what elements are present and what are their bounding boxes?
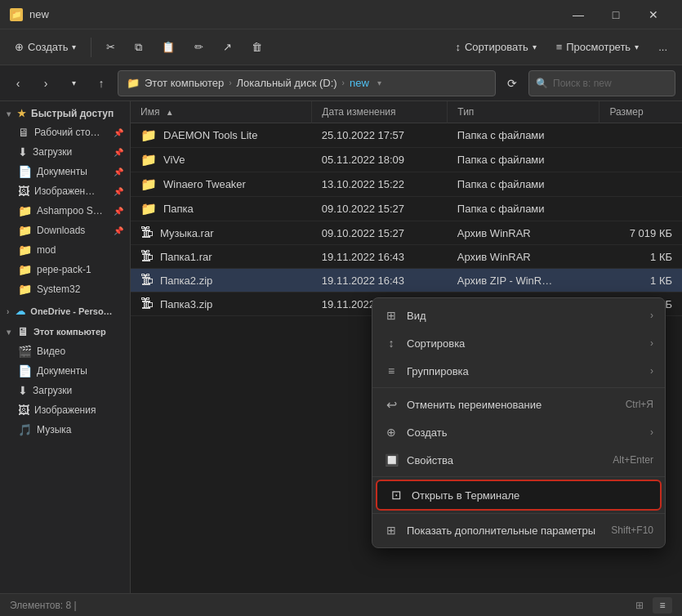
- ctx-sep-1: [372, 387, 665, 388]
- table-header-row: Имя ▲ Дата изменения Тип Размер: [131, 101, 682, 123]
- address-path-computer: Этот компьютер: [145, 77, 224, 89]
- table-row[interactable]: 📁 DAEMON Tools Lite 25.10.2022 17:57 Пап…: [131, 123, 682, 148]
- ctx-group[interactable]: ≡ Группировка ›: [372, 357, 665, 385]
- col-name[interactable]: Имя ▲: [131, 101, 312, 123]
- search-box[interactable]: 🔍 Поиск в: new: [528, 70, 675, 96]
- table-row[interactable]: 📁 ViVe 05.11.2022 18:09 Папка с файлами: [131, 148, 682, 172]
- address-path-folder: new: [350, 77, 369, 89]
- sidebar-item-docs[interactable]: 📄 Документы 📌: [0, 162, 130, 181]
- create-dropdown-icon: ▾: [72, 42, 76, 51]
- pin-icon-5: 📌: [114, 207, 123, 216]
- ashampoo-folder-icon: 📁: [18, 204, 32, 217]
- sidebar-item-video[interactable]: 🎬 Видео: [0, 341, 130, 361]
- pin-icon-6: 📌: [114, 226, 123, 235]
- file-date: 19.11.2022 16:43: [312, 269, 448, 292]
- maximize-button[interactable]: □: [597, 2, 635, 28]
- downloads-folder-icon: ⬇: [18, 145, 28, 158]
- sidebar-item-downloads-en[interactable]: 📁 DAEMON Tools Lite Downloads 📌: [0, 221, 130, 240]
- items-count: Элементов: 8 |: [10, 600, 77, 611]
- ctx-group-icon: ≡: [384, 364, 399, 378]
- table-row[interactable]: 📁 Папка 09.10.2022 15:27 Папка с файлами: [131, 197, 682, 221]
- back-button[interactable]: ‹: [7, 72, 29, 95]
- paste-button[interactable]: 📋: [154, 34, 183, 60]
- view-icon: ≡: [556, 41, 563, 53]
- file-size: [600, 123, 682, 148]
- sort-button[interactable]: ↕ Сортировать ▾: [447, 34, 544, 60]
- col-size[interactable]: Размер: [600, 101, 682, 123]
- file-size: [600, 197, 682, 221]
- docs-folder-icon: 📄: [18, 165, 32, 178]
- system32-folder-icon: 📁: [18, 283, 32, 296]
- computer-label: Этот компьютер: [33, 327, 106, 337]
- sidebar-item-mod[interactable]: 📁 mod: [0, 240, 130, 260]
- view-toggle: ⊞ ≡: [630, 597, 672, 614]
- cloud-icon: ☁: [16, 306, 25, 317]
- file-icon: 🗜: [140, 273, 154, 288]
- address-dropdown-icon: ▾: [377, 78, 381, 87]
- recent-button[interactable]: ▾: [62, 72, 85, 95]
- sidebar-item-documents2[interactable]: 📄 Документы: [0, 361, 130, 381]
- col-type[interactable]: Тип: [448, 101, 600, 123]
- ctx-sort[interactable]: ↕ Сортировка ›: [372, 329, 665, 357]
- expand-icon: ▾: [7, 109, 11, 118]
- refresh-button[interactable]: ⟳: [501, 72, 524, 95]
- sidebar-onedrive-header[interactable]: › ☁ OneDrive - Perso…: [0, 302, 130, 320]
- ctx-properties-icon: 🔲: [384, 453, 399, 467]
- quick-access-label: Быстрый доступ: [31, 108, 114, 119]
- sidebar-item-images2[interactable]: 🖼 Изображения: [0, 400, 130, 420]
- file-icon: 📁: [140, 127, 157, 143]
- video-folder-icon: 🎬: [18, 345, 32, 358]
- sidebar-item-pepe[interactable]: 📁 pepe-pack-1: [0, 260, 130, 279]
- address-box[interactable]: 📁 Этот компьютер › Локальный диск (D:) ›…: [118, 70, 496, 96]
- ctx-show-more[interactable]: ⊞ Показать дополнительные параметры Shif…: [372, 516, 665, 544]
- file-type: Папка с файлами: [448, 172, 600, 197]
- share-button[interactable]: ↗: [215, 34, 240, 60]
- up-button[interactable]: ↑: [90, 72, 113, 95]
- ctx-undo-rename[interactable]: ↩ Отменить переименование Ctrl+Я: [372, 391, 665, 418]
- col-date[interactable]: Дата изменения: [312, 101, 448, 123]
- sidebar-item-images[interactable]: 🖼 Изображен… 📌: [0, 181, 130, 201]
- sidebar-item-desktop[interactable]: 🖥 Рабочий сто… 📌: [0, 123, 130, 142]
- downloads-en-folder-icon: 📁: [18, 224, 32, 237]
- ctx-sep-2: [372, 476, 665, 477]
- sidebar-computer-header[interactable]: ▾ 🖥 Этот компьютер: [0, 322, 130, 341]
- onedrive-label: OneDrive - Perso…: [30, 306, 112, 316]
- titlebar: 📁 new — □ ✕: [0, 0, 682, 29]
- delete-button[interactable]: 🗑: [243, 34, 270, 60]
- sidebar-item-system32[interactable]: 📁 System32: [0, 279, 130, 299]
- table-row[interactable]: 🗜 Папка2.zip 19.11.2022 16:43 Архив ZIP …: [131, 269, 682, 292]
- view-list-button[interactable]: ≡: [653, 597, 672, 614]
- cut-button[interactable]: ✂: [98, 34, 123, 60]
- ctx-create[interactable]: ⊕ Создать ›: [372, 418, 665, 446]
- sidebar-item-downloads-ru[interactable]: ⬇ Загрузки 📌: [0, 142, 130, 162]
- file-type: Архив WinRAR: [448, 245, 600, 269]
- file-icon: 📁: [140, 152, 157, 167]
- more-button[interactable]: ...: [650, 34, 675, 60]
- create-button[interactable]: ⊕ Создать ▾: [7, 34, 84, 60]
- expand-icon-od: ›: [7, 307, 9, 316]
- copy-button[interactable]: ⧉: [127, 34, 150, 60]
- sidebar-item-music[interactable]: 🎵 Музыка: [0, 420, 130, 440]
- close-button[interactable]: ✕: [635, 2, 672, 28]
- search-icon: 🔍: [536, 78, 548, 89]
- sidebar-item-downloads2[interactable]: ⬇ Загрузки: [0, 381, 130, 400]
- file-type: Архив ZIP - WinR…: [448, 269, 600, 292]
- minimize-button[interactable]: —: [559, 2, 597, 28]
- forward-button[interactable]: ›: [34, 72, 57, 95]
- table-row[interactable]: 🗜 Папка1.rar 19.11.2022 16:43 Архив WinR…: [131, 245, 682, 269]
- downloads2-folder-icon: ⬇: [18, 384, 28, 397]
- mod-folder-icon: 📁: [18, 243, 32, 257]
- table-row[interactable]: 📁 Winaero Tweaker 13.10.2022 15:22 Папка…: [131, 172, 682, 197]
- rename-button[interactable]: ✏: [186, 34, 212, 60]
- file-type: Папка с файлами: [448, 123, 600, 148]
- pepe-folder-icon: 📁: [18, 263, 32, 276]
- ctx-open-terminal[interactable]: ⊡ Открыть в Терминале: [376, 480, 662, 511]
- table-row[interactable]: 🗜 Музыка.rar 09.10.2022 15:27 Архив WinR…: [131, 221, 682, 245]
- ctx-view[interactable]: ⊞ Вид ›: [372, 301, 665, 329]
- pin-icon-2: 📌: [114, 148, 123, 157]
- view-grid-button[interactable]: ⊞: [630, 597, 649, 614]
- view-button[interactable]: ≡ Просмотреть ▾: [548, 34, 648, 60]
- sidebar-item-ashampoo[interactable]: 📁 Ashampoo S… 📌: [0, 201, 130, 221]
- sidebar-quick-access-header[interactable]: ▾ ★ Быстрый доступ: [0, 105, 130, 123]
- ctx-properties[interactable]: 🔲 Свойства Alt+Enter: [372, 446, 665, 474]
